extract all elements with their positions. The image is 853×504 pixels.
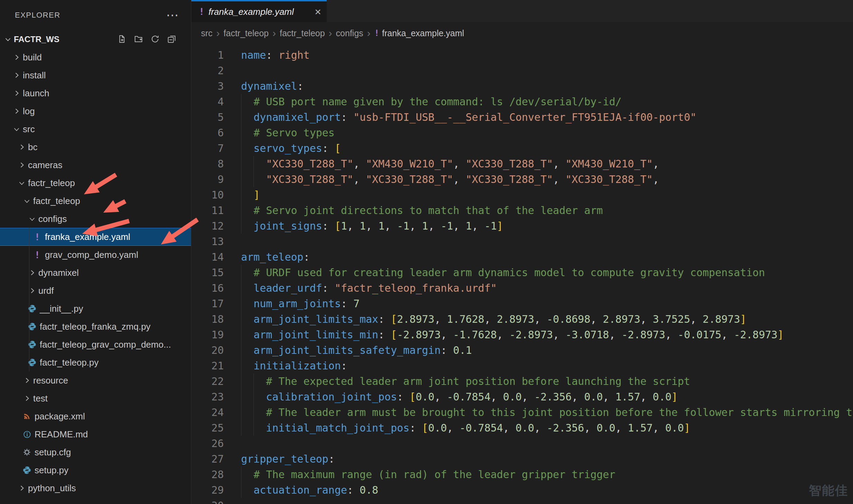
code-line-29[interactable]: 29 actuation_range: 0.8 <box>191 482 853 498</box>
code-line-18[interactable]: 18 arm_joint_limits_max: [2.8973, 1.7628… <box>191 311 853 327</box>
code-token: # The leader arm must be brought to this… <box>266 406 853 418</box>
code-token: ] <box>671 391 678 403</box>
line-number: 23 <box>191 389 224 405</box>
code-line-24[interactable]: 24 # The leader arm must be brought to t… <box>191 405 853 420</box>
code-line-22[interactable]: 22 # The expected leader arm joint posit… <box>191 374 853 389</box>
code-line-13[interactable]: 13 <box>191 234 853 249</box>
tree-item-grav_comp_demo.yaml[interactable]: !grav_comp_demo.yaml <box>0 246 191 264</box>
code-token: [ <box>422 422 428 434</box>
code-token: dynamixel_port <box>253 111 341 123</box>
indent-guide <box>241 265 241 280</box>
code-line-28[interactable]: 28 # The maximum range (in rad) of the l… <box>191 467 853 482</box>
tree-item-label: factr_teleop_grav_comp_demo... <box>40 339 171 350</box>
code-line-6[interactable]: 6 # Servo types <box>191 125 853 140</box>
code-line-2[interactable]: 2 <box>191 63 853 78</box>
tree-item-launch[interactable]: launch <box>0 84 191 102</box>
tree-item-__init__.py[interactable]: __init__.py <box>0 300 191 318</box>
line-number: 20 <box>191 342 224 358</box>
code-line-10[interactable]: 10 ] <box>191 187 853 203</box>
code-token: : <box>341 111 353 123</box>
code-line-23[interactable]: 23 calibration_joint_pos: [0.0, -0.7854,… <box>191 389 853 405</box>
breadcrumb-item-src[interactable]: src <box>201 28 212 38</box>
chevron-down-icon <box>17 178 26 187</box>
new-folder-button[interactable] <box>134 34 144 45</box>
code-line-25[interactable]: 25 initial_match_joint_pos: [0.0, -0.785… <box>191 420 853 436</box>
code-token: name <box>241 49 266 61</box>
breadcrumb-item-configs[interactable]: configs <box>336 28 363 38</box>
tree-item-build[interactable]: build <box>0 48 191 66</box>
code-line-3[interactable]: 3dynamixel: <box>191 78 853 94</box>
code-line-7[interactable]: 7 servo_types: [ <box>191 140 853 156</box>
explorer-header: EXPLORER ⋯ <box>0 0 191 30</box>
tree-item-factr_teleop.py[interactable]: factr_teleop.py <box>0 353 191 371</box>
tree-item-dynamixel[interactable]: dynamixel <box>0 264 191 282</box>
code-token <box>241 96 253 108</box>
gear-icon <box>22 447 31 457</box>
tree-item-python_utils[interactable]: python_utils <box>0 479 191 497</box>
code-line-4[interactable]: 4 # USB port name given by the command: … <box>191 94 853 109</box>
tree-item-franka_example.yaml[interactable]: !franka_example.yaml <box>0 228 191 246</box>
code-token <box>241 111 253 123</box>
code-line-9[interactable]: 9 "XC330_T288_T", "XC330_T288_T", "XC330… <box>191 172 853 187</box>
code-line-12[interactable]: 12 joint_signs: [1, 1, 1, -1, 1, -1, 1, … <box>191 218 853 234</box>
code-token: -1 <box>484 220 497 232</box>
code-line-20[interactable]: 20 arm_joint_limits_safety_margin: 0.1 <box>191 342 853 358</box>
code-line-19[interactable]: 19 arm_joint_limits_min: [-2.8973, -1.76… <box>191 327 853 342</box>
code-token: , <box>490 391 503 403</box>
tree-item-README.md[interactable]: README.md <box>0 425 191 443</box>
tree-item-factr_teleop_grav_comp_demo...[interactable]: factr_teleop_grav_comp_demo... <box>0 336 191 353</box>
code-line-8[interactable]: 8 "XC330_T288_T", "XM430_W210_T", "XC330… <box>191 156 853 172</box>
tree-item-install[interactable]: install <box>0 66 191 84</box>
breadcrumb-separator: › <box>212 27 223 39</box>
tree-item-package.xml[interactable]: package.xml <box>0 407 191 425</box>
tree-item-cameras[interactable]: cameras <box>0 156 191 174</box>
code-token <box>241 282 253 294</box>
code-token: 0.0 <box>653 391 671 403</box>
breadcrumb-item-factr_teleop[interactable]: factr_teleop <box>223 28 269 38</box>
code-token: 0.0 <box>584 391 603 403</box>
code-line-5[interactable]: 5 dynamixel_port: "usb-FTDI_USB__-__Seri… <box>191 109 853 125</box>
chevron-down-icon <box>3 35 12 44</box>
tree-item-urdf[interactable]: urdf <box>0 282 191 300</box>
line-number: 7 <box>191 140 224 156</box>
tree-item-bc[interactable]: bc <box>0 138 191 156</box>
new-file-button[interactable] <box>117 34 127 45</box>
code-editor[interactable]: 1name: right23dynamixel:4 # USB port nam… <box>191 44 853 504</box>
code-line-15[interactable]: 15 # URDF used for creating leader arm d… <box>191 265 853 280</box>
tree-item-factr_teleop[interactable]: factr_teleop <box>0 174 191 192</box>
code-token: , <box>653 158 659 170</box>
tree-item-factr_teleop_franka_zmq.py[interactable]: factr_teleop_franka_zmq.py <box>0 318 191 336</box>
refresh-explorer-button[interactable] <box>150 34 161 45</box>
code-token: [ <box>335 142 341 154</box>
tree-item-configs[interactable]: configs <box>0 210 191 228</box>
code-line-17[interactable]: 17 num_arm_joints: 7 <box>191 296 853 311</box>
breadcrumb-item-file[interactable]: franka_example.yaml <box>382 28 464 38</box>
code-line-16[interactable]: 16 leader_urdf: "factr_teleop_franka.urd… <box>191 280 853 296</box>
code-line-27[interactable]: 27gripper_teleop: <box>191 451 853 467</box>
close-icon[interactable]: × <box>315 6 321 17</box>
workspace-root-row[interactable]: FACTR_WS <box>0 30 191 48</box>
tree-item-test[interactable]: test <box>0 389 191 407</box>
watermark: 智能佳 <box>809 482 848 499</box>
tree-item-src[interactable]: src <box>0 120 191 138</box>
tree-item-setup.py[interactable]: setup.py <box>0 461 191 479</box>
chevron-right-icon <box>12 71 21 80</box>
tree-item-log[interactable]: log <box>0 102 191 120</box>
indent-guide <box>253 389 254 405</box>
more-actions-icon[interactable]: ⋯ <box>166 9 179 21</box>
code-line-14[interactable]: 14arm_teleop: <box>191 249 853 265</box>
code-line-1[interactable]: 1name: right <box>191 47 853 63</box>
code-line-11[interactable]: 11 # Servo joint directions to match tha… <box>191 203 853 218</box>
code-line-26[interactable]: 26 <box>191 436 853 451</box>
tab-franka-example-yaml[interactable]: ! franka_example.yaml × <box>191 0 327 22</box>
collapse-folders-button[interactable] <box>167 34 177 45</box>
breadcrumb-item-factr_teleop[interactable]: factr_teleop <box>280 28 325 38</box>
tree-item-setup.cfg[interactable]: setup.cfg <box>0 443 191 461</box>
tree-item-factr_teleop[interactable]: factr_teleop <box>0 192 191 210</box>
indent-guide <box>241 218 241 234</box>
code-token: , <box>434 313 447 325</box>
line-number: 22 <box>191 374 224 389</box>
code-line-30[interactable]: 30 <box>191 498 853 504</box>
tree-item-resource[interactable]: resource <box>0 371 191 389</box>
code-line-21[interactable]: 21 initialization: <box>191 358 853 374</box>
